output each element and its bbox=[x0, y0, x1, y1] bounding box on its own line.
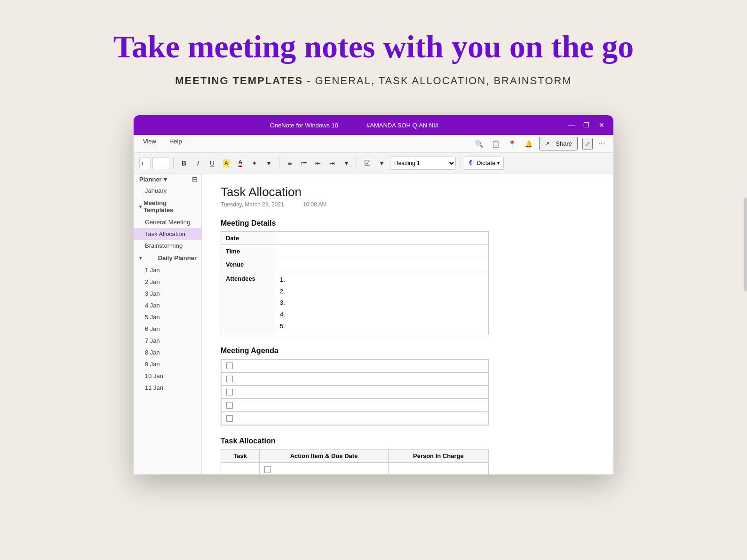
task-allocation-heading: Task Allocation bbox=[221, 437, 595, 445]
separator-1 bbox=[173, 158, 174, 169]
bell-icon[interactable]: 🔔 bbox=[523, 139, 534, 149]
time-value[interactable] bbox=[275, 245, 488, 258]
task-column-header: Task bbox=[221, 450, 260, 463]
agenda-checkbox-1[interactable] bbox=[226, 363, 233, 369]
subtitle-bold: MEETING TEMPLATES bbox=[175, 75, 303, 87]
sidebar-item-january[interactable]: January bbox=[134, 185, 201, 197]
action-cell-1[interactable] bbox=[260, 463, 388, 474]
filter-icon[interactable]: ⊟ bbox=[192, 175, 198, 183]
share-button[interactable]: ↗ Share bbox=[539, 137, 578, 150]
sidebar-item-task-allocation[interactable]: Task Allocation bbox=[134, 228, 201, 240]
sidebar-item-5jan[interactable]: 5 Jan bbox=[134, 311, 201, 323]
menu-help[interactable]: Help bbox=[167, 137, 184, 150]
sidebar-item-11jan[interactable]: 11 Jan bbox=[134, 382, 201, 394]
copy-icon[interactable]: 📋 bbox=[490, 139, 501, 149]
planner-toggle[interactable]: Planner ▾ bbox=[139, 176, 167, 183]
decrease-indent-button[interactable]: ⇤ bbox=[311, 157, 325, 170]
app-title: OneNote for Windows 10 bbox=[270, 122, 338, 129]
sidebar-item-6jan[interactable]: 6 Jan bbox=[134, 323, 201, 335]
bullet-list-button[interactable]: ≡ bbox=[283, 157, 296, 170]
agenda-row-3 bbox=[221, 386, 488, 399]
separator-3 bbox=[357, 158, 357, 169]
sidebar-item-7jan[interactable]: 7 Jan bbox=[134, 335, 201, 347]
sidebar-item-4jan[interactable]: 4 Jan bbox=[134, 300, 201, 311]
italic-button[interactable]: I bbox=[191, 157, 205, 170]
title-bar-center: OneNote for Windows 10 #AMANDA SOH QIAN … bbox=[270, 122, 438, 129]
planner-chevron-icon: ▾ bbox=[164, 176, 167, 183]
sidebar-item-8jan[interactable]: 8 Jan bbox=[134, 347, 201, 358]
agenda-row-4 bbox=[221, 399, 488, 412]
table-row: Venue bbox=[221, 258, 489, 271]
agenda-row-5 bbox=[221, 412, 488, 425]
sidebar-section-meeting-templates[interactable]: ▾ Meeting Templates bbox=[134, 197, 201, 216]
list-chevron[interactable]: ▾ bbox=[340, 157, 353, 170]
expand-button[interactable]: ⤢ bbox=[582, 138, 593, 150]
table-row: Time bbox=[221, 245, 489, 258]
dictate-button[interactable]: 🎙 Dictate ▾ bbox=[464, 157, 504, 170]
agenda-checkbox-4[interactable] bbox=[226, 402, 233, 409]
agenda-checkbox-3[interactable] bbox=[226, 389, 233, 395]
agenda-checkbox-5[interactable] bbox=[226, 415, 233, 422]
bold-button[interactable]: B bbox=[177, 157, 191, 170]
attendees-label: Attendees bbox=[221, 271, 275, 335]
sidebar-item-2jan[interactable]: 2 Jan bbox=[134, 276, 201, 288]
hero-section: Take meeting notes with you on the go ME… bbox=[0, 0, 747, 101]
date-label: Date bbox=[221, 232, 275, 245]
format-chevron[interactable]: ▾ bbox=[262, 157, 275, 170]
more-options-button[interactable]: ··· bbox=[597, 140, 606, 148]
search-icon[interactable]: 🔍 bbox=[473, 139, 485, 149]
underline-button[interactable]: U bbox=[206, 157, 219, 170]
microphone-icon: 🎙 bbox=[468, 159, 475, 167]
sidebar-item-general-meeting[interactable]: General Meeting bbox=[134, 216, 201, 228]
action-column-header: Action Item & Due Date bbox=[260, 450, 388, 463]
venue-value[interactable] bbox=[275, 258, 488, 271]
close-button[interactable]: ✕ bbox=[597, 121, 606, 129]
sidebar-item-9jan[interactable]: 9 Jan bbox=[134, 358, 201, 370]
sidebar-item-brainstorming[interactable]: Brainstorming bbox=[134, 240, 201, 252]
attendee-2: 2. bbox=[280, 286, 484, 298]
agenda-table bbox=[221, 359, 489, 426]
attendees-value[interactable]: 1. 2. 3. 4. 5. bbox=[275, 271, 488, 335]
page-meta: Tuesday, March 23, 2021 10:08 AM bbox=[221, 201, 595, 208]
agenda-checkbox-2[interactable] bbox=[226, 376, 233, 382]
page-content: Task Allocation Tuesday, March 23, 2021 … bbox=[202, 174, 613, 474]
person-cell-1[interactable] bbox=[388, 463, 488, 474]
style-dropdown[interactable]: Heading 1 Heading 2 Normal bbox=[390, 157, 456, 170]
increase-indent-button[interactable]: ⇥ bbox=[326, 157, 339, 170]
sidebar-item-1jan[interactable]: 1 Jan bbox=[134, 264, 201, 276]
attendee-5: 5. bbox=[280, 321, 484, 332]
user-title: #AMANDA SOH QIAN NI# bbox=[366, 122, 438, 129]
title-bar: OneNote for Windows 10 #AMANDA SOH QIAN … bbox=[134, 115, 613, 135]
checkbox-chevron[interactable]: ▾ bbox=[375, 157, 388, 170]
location-icon[interactable]: 📍 bbox=[506, 139, 518, 149]
page-title: Task Allocation bbox=[221, 185, 595, 199]
separator-4 bbox=[460, 158, 460, 169]
font-size-input[interactable]: 11 bbox=[152, 157, 169, 169]
checkbox-button[interactable]: ☑ bbox=[361, 157, 374, 170]
maximize-button[interactable]: ❐ bbox=[582, 121, 591, 129]
page-date: Tuesday, March 23, 2021 bbox=[221, 201, 284, 208]
task-allocation-table: Task Action Item & Due Date Person In Ch… bbox=[221, 449, 489, 474]
window-controls[interactable]: — ❐ ✕ bbox=[567, 121, 606, 129]
checkbox-group: ☑ ▾ bbox=[361, 157, 388, 170]
toolbar: 11 B I U A A ✦ ▾ ≡ ≔ ⇤ ⇥ ▾ ☑ ▾ bbox=[134, 153, 613, 174]
highlight-button[interactable]: A bbox=[220, 157, 233, 170]
minimize-button[interactable]: — bbox=[567, 121, 576, 129]
clear-format-button[interactable]: ✦ bbox=[248, 157, 261, 170]
agenda-row-1 bbox=[221, 359, 488, 372]
date-value[interactable] bbox=[275, 232, 488, 245]
sidebar-section-daily-planner[interactable]: ▾ Daily Planner bbox=[134, 252, 201, 264]
separator-2 bbox=[279, 158, 279, 169]
planner-label: Planner bbox=[139, 176, 162, 183]
task-checkbox-1-1[interactable] bbox=[264, 466, 271, 473]
main-content: Planner ▾ ⊟ January ▾ Meeting Templates … bbox=[134, 174, 613, 474]
sidebar-item-3jan[interactable]: 3 Jan bbox=[134, 288, 201, 300]
table-row: Attendees 1. 2. 3. 4. 5. bbox=[221, 271, 489, 335]
task-cell-1[interactable] bbox=[221, 463, 260, 474]
font-name-input[interactable] bbox=[139, 157, 151, 169]
list-group: ≡ ≔ ⇤ ⇥ ▾ bbox=[283, 157, 353, 170]
text-color-button[interactable]: A bbox=[234, 157, 247, 170]
numbered-list-button[interactable]: ≔ bbox=[297, 157, 310, 170]
sidebar-item-10jan[interactable]: 10 Jan bbox=[134, 370, 201, 382]
menu-view[interactable]: View bbox=[141, 137, 158, 150]
